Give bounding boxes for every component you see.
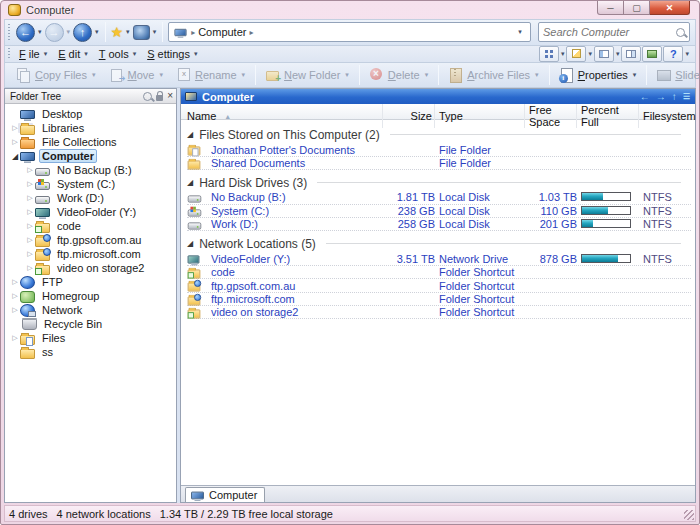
file-row-ftp-microsoft-com[interactable]: ftp.microsoft.comFolder Shortcut [187, 293, 691, 306]
resize-grip[interactable] [684, 510, 694, 520]
favorites-icon[interactable]: ★ [111, 25, 124, 39]
up-dropdown[interactable]: ▾ [95, 28, 99, 36]
tree-item-videofolder-y[interactable]: ▷VideoFolder (Y:) [5, 205, 176, 219]
delete-button[interactable]: Delete▾ [363, 66, 435, 84]
maximize-button[interactable]: ▢ [624, 1, 650, 15]
tree-lock-button[interactable] [156, 92, 163, 101]
panel-menu-icon[interactable]: ☰ [683, 92, 690, 101]
delete-dropdown[interactable]: ▾ [425, 71, 429, 79]
slideshow-button[interactable]: Slideshow [650, 66, 700, 84]
up-button[interactable]: ↑ [73, 23, 92, 42]
favorites-dropdown[interactable]: ▾ [126, 28, 130, 36]
group-collapse-icon[interactable]: ◢ [187, 178, 193, 187]
file-row-ftp-gpsoft-com-au[interactable]: ftp.gpsoft.com.auFolder Shortcut [187, 279, 691, 292]
panel-back-icon[interactable]: ← [640, 91, 650, 102]
menu-settings[interactable]: Settings▾ [142, 47, 203, 61]
file-row-work-d[interactable]: Work (D:)258 GBLocal Disk201 GBNTFS [187, 218, 691, 231]
close-button[interactable]: ✕ [650, 1, 690, 15]
search-box[interactable] [538, 22, 690, 42]
file-row-shared-documents[interactable]: Shared DocumentsFile Folder [187, 157, 691, 170]
new-folder-dropdown[interactable]: ▾ [345, 71, 349, 79]
back-button[interactable]: ← [16, 23, 35, 42]
tree-expander-icon[interactable]: ▷ [25, 194, 35, 202]
checkbox-mode-dropdown[interactable]: ▾ [588, 50, 592, 58]
dual-display-button[interactable] [621, 46, 641, 62]
archive-files-dropdown[interactable]: ▾ [535, 71, 539, 79]
menu-edit[interactable]: Edit▾ [53, 47, 93, 61]
tab-computer[interactable]: Computer [185, 487, 265, 502]
rename-dropdown[interactable]: ▾ [242, 71, 246, 79]
tree-expander-icon[interactable]: ▷ [25, 250, 35, 258]
tree-item-system-c[interactable]: ▷System (C:) [5, 177, 176, 191]
archive-files-button[interactable]: Archive Files▾ [442, 66, 545, 84]
panel-forward-icon[interactable]: → [656, 91, 666, 102]
tree-item-no-backup-b[interactable]: ▷No Backup (B:) [5, 163, 176, 177]
title-bar[interactable]: Computer ─ ▢ ✕ [4, 1, 696, 19]
back-dropdown[interactable]: ▾ [38, 28, 42, 36]
group-collapse-icon[interactable]: ◢ [187, 239, 193, 248]
forward-button[interactable]: → [45, 23, 64, 42]
minimize-button[interactable]: ─ [597, 1, 624, 15]
group-header-network-locations-5[interactable]: ◢Network Locations (5) [187, 235, 691, 252]
tree-item-homegroup[interactable]: ▷Homegroup [5, 289, 176, 303]
help-dropdown[interactable]: ▾ [685, 50, 689, 58]
tree-expander-icon[interactable]: ▷ [10, 278, 20, 286]
menu-file[interactable]: File▾ [14, 47, 53, 61]
tree-expander-icon[interactable]: ▷ [25, 222, 35, 230]
tree-item-recycle-bin[interactable]: Recycle Bin [5, 317, 176, 331]
checkbox-mode-button[interactable] [566, 46, 586, 62]
tree-expander-icon[interactable]: ▷ [25, 208, 35, 216]
folder-format-dropdown[interactable]: ▾ [616, 50, 620, 58]
toolbar-grip[interactable] [7, 48, 11, 59]
search-input[interactable] [543, 26, 676, 38]
copy-files-button[interactable]: Copy Files▾ [10, 66, 103, 84]
locations-dropdown[interactable]: ▾ [153, 28, 157, 36]
view-mode-button[interactable] [539, 46, 559, 62]
tree-item-code[interactable]: ▷code [5, 219, 176, 233]
breadcrumb-chevron-icon[interactable]: ▸ [249, 28, 253, 37]
tree-expander-icon[interactable]: ▷ [10, 334, 20, 342]
tree-item-ftp[interactable]: ▷FTP [5, 275, 176, 289]
properties-dropdown[interactable]: ▾ [633, 71, 637, 79]
tree-expander-icon[interactable]: ▷ [25, 264, 35, 272]
address-bar[interactable]: ▸ Computer ▸ ▾ [168, 22, 531, 42]
tree-item-work-d[interactable]: ▷Work (D:) [5, 191, 176, 205]
app-icon[interactable] [8, 4, 21, 16]
tree-item-ftp-gpsoft-com-au[interactable]: ▷ftp.gpsoft.com.au [5, 233, 176, 247]
file-row-jonathan-potter-s-documents[interactable]: Jonathan Potter's DocumentsFile Folder [187, 143, 691, 156]
properties-button[interactable]: Properties▾ [553, 66, 644, 84]
new-folder-button[interactable]: New Folder▾ [259, 66, 356, 84]
tree-close-button[interactable]: × [167, 91, 173, 101]
move-button[interactable]: Move▾ [103, 66, 170, 84]
tree-item-files[interactable]: ▷Files [5, 331, 176, 345]
copy-files-dropdown[interactable]: ▾ [92, 71, 96, 79]
file-row-system-c[interactable]: System (C:)238 GBLocal Disk110 GBNTFS [187, 205, 691, 218]
tree-item-video-on-storage2[interactable]: ▷video on storage2 [5, 261, 176, 275]
search-icon[interactable] [676, 28, 685, 37]
tree-item-desktop[interactable]: Desktop [5, 107, 176, 121]
tree-expander-icon[interactable]: ▷ [10, 124, 20, 132]
tree-item-ss[interactable]: ss [5, 345, 176, 359]
tree-item-computer[interactable]: ◢Computer [5, 149, 176, 163]
toolbar-grip[interactable] [7, 24, 11, 41]
tree-expander-icon[interactable]: ▷ [25, 236, 35, 244]
menu-tools[interactable]: Tools▾ [94, 47, 142, 61]
view-mode-dropdown[interactable]: ▾ [561, 50, 565, 58]
rename-button[interactable]: Rename▾ [170, 66, 252, 84]
tree-item-ftp-microsoft-com[interactable]: ▷ftp.microsoft.com [5, 247, 176, 261]
tree-item-network[interactable]: ▷Network [5, 303, 176, 317]
file-row-video-on-storage2[interactable]: video on storage2Folder Shortcut [187, 306, 691, 319]
tree-item-libraries[interactable]: ▷Libraries [5, 121, 176, 135]
tree-find-button[interactable] [143, 92, 152, 101]
group-header-files-stored-on-this-computer-2[interactable]: ◢Files Stored on This Computer (2) [187, 126, 691, 143]
file-row-videofolder-y[interactable]: VideoFolder (Y:)3.51 TBNetwork Drive878 … [187, 252, 691, 265]
group-collapse-icon[interactable]: ◢ [187, 130, 193, 139]
panel-up-icon[interactable]: ↑ [672, 91, 677, 102]
folder-format-button[interactable] [594, 46, 614, 62]
group-header-hard-disk-drives-3[interactable]: ◢Hard Disk Drives (3) [187, 174, 691, 191]
locations-icon[interactable] [133, 25, 150, 40]
file-row-no-backup-b[interactable]: No Backup (B:)1.81 TBLocal Disk1.03 TBNT… [187, 191, 691, 204]
tree-expander-icon[interactable]: ▷ [10, 292, 20, 300]
forward-dropdown[interactable]: ▾ [67, 28, 71, 36]
help-button[interactable]: ? [663, 46, 683, 62]
